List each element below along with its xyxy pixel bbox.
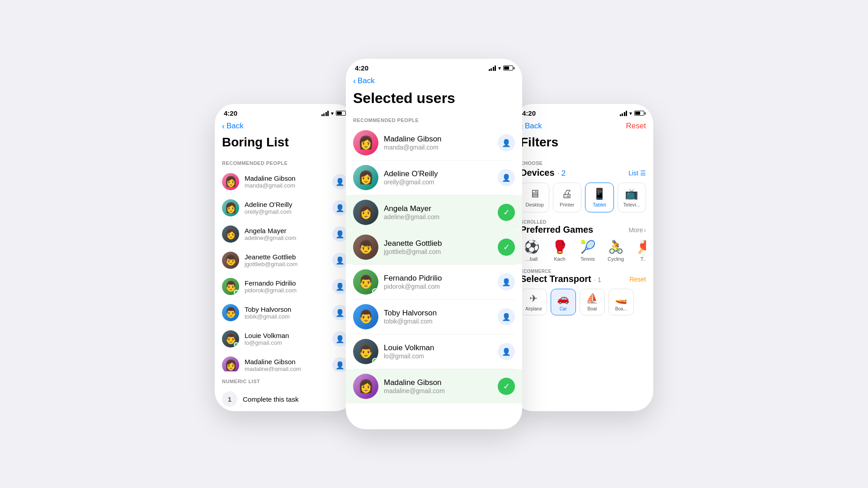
transport-item-airplane[interactable]: ✈ Airplane [520,289,547,315]
avatar: 👩 [353,130,378,155]
boa-icon: 🚤 [615,293,627,305]
reset-transport-button[interactable]: Reset [629,276,646,283]
user-email: lo@gmail.com [245,339,327,346]
user-name: Jeanette Gottlieb [384,239,492,248]
preferred-games-title: Preferred Games [520,225,593,235]
add-user-button[interactable]: 👤 [332,305,348,320]
numeric-list-header: NUMERIC LIST [215,371,355,387]
list-item[interactable]: 👨 Fernando Pidrilio pidorok@gmail.com 👤 [215,273,355,300]
list-item[interactable]: 👩 Adeline O'Reilly oreily@gmail.com 👤 [215,195,355,221]
add-user-button[interactable]: 👤 [332,174,348,189]
add-user-button[interactable]: 👤 [332,200,348,216]
user-email: oreily@gmail.com [245,208,327,215]
transport-item-car[interactable]: 🚗 Car [551,289,576,315]
device-item-tv[interactable]: 📺 Televi... [618,183,646,212]
game-label-kach: Kach [554,256,565,262]
list-item[interactable]: 👩 Madaline Gibson madaline@gmail.com 👤 [215,352,355,371]
add-user-button[interactable]: 👤 [498,169,515,186]
avatar: 👨 [353,304,378,329]
list-item[interactable]: 👦 Jeanette Gottlieb jgottlieb@gmail.com … [215,247,355,273]
game-item[interactable]: ⚽ ...ball [520,239,543,262]
back-button-right[interactable]: ‹ Back [520,122,542,131]
transport-item-boat[interactable]: ⛵ Boat [580,289,605,315]
user-name: Angela Mayer [245,227,327,235]
select-transport-title: Select Transport · 1 [520,274,601,284]
signal-icon-right [620,111,627,116]
user-name: Toby Halvorson [384,309,492,318]
game-label-cycling: Cycling [608,256,624,262]
game-icon-kach: 🥊 [552,239,568,254]
reset-button-right[interactable]: Reset [626,122,646,131]
game-item[interactable]: 🎾 Tennis [576,239,599,262]
add-user-button[interactable]: 👤 [332,279,348,294]
device-item-desktop[interactable]: 🖥 Desktop [520,183,549,212]
back-button-center[interactable]: ‹ Back [346,74,522,88]
avatar: 👩 [353,374,378,399]
add-user-button[interactable]: 👤 [498,134,515,151]
list-item[interactable]: 👨 Fernando Pidrilio pidorok@gmail.com 👤 [346,265,522,299]
avatar: 👩 [353,200,378,225]
devices-header: Devices · 2 List ☰ [513,167,653,183]
time-left: 4:20 [224,109,237,117]
list-item[interactable]: 👩 Madaline Gibson manda@gmail.com 👤 [346,126,522,160]
user-name: Madaline Gibson [384,135,492,144]
app-stage: 4:20 ▾ ‹ Back [140,41,728,447]
selected-check-button[interactable]: ✓ [498,378,515,395]
list-item[interactable]: 👦 Jeanette Gottlieb jgottlieb@gmail.com … [346,230,522,264]
add-user-button[interactable]: 👤 [498,273,515,291]
add-user-button[interactable]: 👤 [332,357,348,371]
numeric-list-item[interactable]: 1 Complete this task › [215,387,355,411]
user-name: Toby Halvorson [245,305,327,313]
status-bar-center: 4:20 ▾ [346,59,522,74]
list-item[interactable]: 👨 Louie Volkman lo@gmail.com 👤 [215,326,355,352]
list-item[interactable]: 👨 Toby Halvorson tobik@gmail.com 👤 [346,300,522,334]
boat-icon: ⛵ [586,293,598,305]
avatar: 👨 [353,339,378,364]
add-user-button[interactable]: 👤 [332,226,348,242]
status-bar-left: 4:20 ▾ [215,104,355,119]
add-user-button[interactable]: 👤 [332,331,348,347]
transport-label-airplane: Airplane [525,306,542,311]
user-name: Adeline O'Reilly [384,169,492,178]
selected-check-button[interactable]: ✓ [498,204,515,221]
preferred-games-header: Preferred Games More › [520,225,646,235]
list-item[interactable]: 👩 Madaline Gibson manda@gmail.com 👤 [215,169,355,195]
user-list-left: 👩 Madaline Gibson manda@gmail.com 👤 👩 Ad… [215,169,355,371]
add-user-button[interactable]: 👤 [498,308,515,325]
back-label-right: Back [525,122,542,131]
list-toggle[interactable]: List ☰ [628,169,646,177]
back-button-left[interactable]: ‹ Back [215,119,355,133]
avatar: 👦 [222,252,239,269]
user-email: adeline@gmail.com [245,235,327,241]
user-name: Louie Volkman [245,332,327,339]
selected-check-button[interactable]: ✓ [498,239,515,256]
add-user-button[interactable]: 👤 [498,343,515,360]
list-item[interactable]: 👩 Adeline O'Reilly oreily@gmail.com 👤 [346,160,522,195]
more-button[interactable]: More › [628,226,646,234]
transport-list: ✈ Airplane 🚗 Car ⛵ Boat 🚤 Boa... [520,289,646,315]
status-icons-left: ▾ [321,110,346,117]
choose-label: CHOOSE [513,157,653,167]
transport-label-boa: Boa... [615,306,627,311]
chevron-right-icon: › [644,226,646,234]
transport-label-boat: Boat [587,306,597,311]
list-item[interactable]: 👩 Angela Mayer adeline@gmail.com ✓ [346,195,522,230]
game-item[interactable]: 🥊 Kach [548,239,571,262]
right-phone: 4:20 ▾ ‹ Bac [513,104,653,411]
device-item-tablet[interactable]: 📱 Tablet [585,183,614,212]
game-item[interactable]: 🚴 Cycling [604,239,627,262]
transport-item-boa[interactable]: 🚤 Boa... [609,289,634,315]
list-item[interactable]: 👩 Angela Mayer adeline@gmail.com 👤 [215,221,355,247]
user-name: Adeline O'Reilly [245,201,327,208]
list-item[interactable]: 👨 Louie Volkman lo@gmail.com 👤 [346,334,522,369]
list-item[interactable]: 👨 Toby Halvorson tobik@gmail.com 👤 [215,300,355,326]
device-item-printer[interactable]: 🖨 Printer [553,183,582,212]
game-item[interactable]: 🏓 T... [632,239,646,262]
avatar: 👨 [222,304,239,321]
user-name: Fernando Pidrilio [245,279,327,287]
user-name: Jeanette Gottlieb [245,253,327,261]
avatar: 👨 [353,269,378,295]
add-user-button[interactable]: 👤 [332,253,348,268]
avatar: 👦 [353,235,378,260]
list-item[interactable]: 👩 Madaline Gibson madaline@gmail.com ✓ [346,369,522,404]
